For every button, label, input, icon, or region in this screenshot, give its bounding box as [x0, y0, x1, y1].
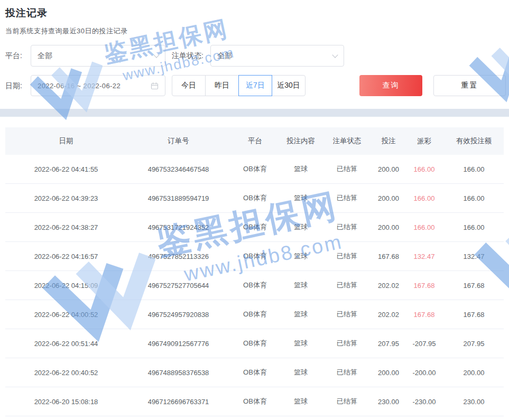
- cell-valid-bet: 166.00: [444, 223, 504, 231]
- cell-bet: 200.00: [373, 223, 404, 231]
- cell-order-no: 4967531721924352: [127, 223, 230, 231]
- section-divider-band: [0, 109, 509, 117]
- column-header-7: 派彩: [404, 136, 444, 146]
- quick-range-button-today[interactable]: 今日: [172, 75, 206, 96]
- cell-date: 2022-06-22 04:00:52: [5, 311, 127, 319]
- cell-payout: -207.95: [404, 340, 444, 348]
- cell-payout: 167.68: [404, 282, 444, 290]
- cell-date: 2022-06-20 15:08:18: [5, 398, 127, 406]
- cell-content: 篮球: [280, 193, 321, 203]
- table-row: 2022-06-22 04:41:554967532346467548OB体育篮…: [5, 155, 504, 184]
- cell-date: 2022-06-22 04:41:55: [5, 165, 127, 173]
- cell-date: 2022-06-22 04:38:27: [5, 223, 127, 231]
- cell-order-no: 4967531889594719: [127, 194, 230, 202]
- quick-range-button-yesterday[interactable]: 昨日: [205, 75, 239, 96]
- date-range-value: 2022-06-16 ~ 2022-06-22: [38, 82, 121, 90]
- cell-bet: 202.02: [373, 282, 404, 290]
- betting-records-page: { "page": { "title": "投注记录", "subtitle":…: [0, 0, 509, 420]
- cell-bet: 200.00: [373, 165, 404, 173]
- cell-date: 2022-06-22 00:51:44: [5, 340, 127, 348]
- column-header-4: 投注内容: [280, 136, 321, 146]
- cell-bet: 230.00: [373, 398, 404, 406]
- cell-payout: 132.47: [404, 253, 444, 260]
- cell-payout: 167.68: [404, 311, 444, 319]
- column-header-1: 日期: [5, 136, 127, 146]
- table-row: 2022-06-20 15:08:184967126696763371OB体育篮…: [5, 387, 504, 416]
- cell-status: 已结算: [321, 310, 373, 319]
- cell-date: 2022-06-22 04:16:57: [5, 253, 127, 260]
- cell-platform: OB体育: [230, 281, 280, 290]
- cell-content: 篮球: [280, 310, 321, 319]
- cell-valid-bet: 167.68: [444, 311, 504, 319]
- cell-platform: OB体育: [230, 222, 280, 232]
- cell-order-no: 4967524957920838: [127, 311, 230, 319]
- cell-bet: 202.02: [373, 311, 404, 319]
- cell-platform: OB体育: [230, 251, 280, 261]
- cell-status: 已结算: [321, 368, 373, 377]
- cell-content: 篮球: [280, 339, 321, 348]
- cell-status: 已结算: [321, 193, 373, 203]
- cell-status: 已结算: [321, 339, 373, 348]
- cell-valid-bet: 230.00: [444, 398, 504, 406]
- table-row: 2022-06-22 00:40:524967488958376538OB体育篮…: [5, 358, 504, 387]
- cell-status: 已结算: [321, 164, 373, 174]
- chevron-down-icon: [332, 52, 338, 58]
- table-header-row: 日期订单号平台投注内容注单状态投注派彩有效投注额: [5, 127, 504, 155]
- cell-bet: 200.00: [373, 194, 404, 202]
- quick-range-button-last30days[interactable]: 近30日: [272, 75, 306, 96]
- cell-status: 已结算: [321, 222, 373, 232]
- cell-platform: OB体育: [230, 193, 280, 203]
- cell-bet: 167.68: [373, 253, 404, 260]
- cell-valid-bet: 200.00: [444, 369, 504, 377]
- status-label: 注单状态:: [172, 45, 203, 67]
- cell-status: 已结算: [321, 281, 373, 290]
- date-range-input[interactable]: 2022-06-16 ~ 2022-06-22: [31, 75, 165, 96]
- cell-payout: -200.00: [404, 369, 444, 377]
- cell-valid-bet: 207.95: [444, 340, 504, 348]
- cell-content: 篮球: [280, 164, 321, 174]
- quick-range-button-last7days[interactable]: 近7日: [238, 75, 272, 96]
- cell-payout: 166.00: [404, 223, 444, 231]
- column-header-3: 平台: [230, 136, 280, 146]
- cell-order-no: 4967527527705644: [127, 282, 230, 290]
- cell-valid-bet: 132.47: [444, 253, 504, 260]
- cell-platform: OB体育: [230, 397, 280, 406]
- platform-select[interactable]: 全部: [31, 45, 165, 67]
- status-select-value: 全部: [217, 51, 232, 61]
- cell-valid-bet: 167.68: [444, 282, 504, 290]
- cell-payout: 166.00: [404, 165, 444, 173]
- cell-status: 已结算: [321, 251, 373, 261]
- quick-range-group: 今日昨日近7日近30日: [172, 75, 306, 96]
- cell-status: 已结算: [321, 397, 373, 406]
- cell-content: 篮球: [280, 281, 321, 290]
- status-select[interactable]: 全部: [210, 45, 344, 67]
- cell-order-no: 4967488958376538: [127, 369, 230, 377]
- cell-bet: 207.95: [373, 340, 404, 348]
- page-title: 投注记录: [5, 6, 48, 20]
- cell-bet: 200.00: [373, 369, 404, 377]
- cell-date: 2022-06-22 04:15:09: [5, 282, 127, 290]
- table-row: 2022-06-22 04:39:234967531889594719OB体育篮…: [5, 184, 504, 213]
- calendar-icon: [151, 82, 159, 90]
- cell-order-no: 4967126696763371: [127, 398, 230, 406]
- cell-order-no: 4967490912567776: [127, 340, 230, 348]
- cell-order-no: 4967532346467548: [127, 165, 230, 173]
- column-header-8: 有效投注额: [444, 136, 504, 146]
- column-header-6: 投注: [373, 136, 404, 146]
- platform-select-value: 全部: [38, 51, 52, 61]
- reset-button[interactable]: 重置: [433, 75, 506, 96]
- platform-label: 平台:: [5, 45, 22, 67]
- table-row: 2022-06-22 00:51:444967490912567776OB体育篮…: [5, 329, 504, 358]
- date-label: 日期:: [5, 75, 22, 96]
- chevron-down-icon: [153, 52, 159, 58]
- column-header-2: 订单号: [127, 136, 230, 146]
- table-row: 2022-06-22 04:00:524967524957920838OB体育篮…: [5, 300, 504, 329]
- cell-valid-bet: 166.00: [444, 194, 504, 202]
- cell-content: 篮球: [280, 397, 321, 406]
- query-button[interactable]: 查询: [359, 75, 422, 96]
- cell-order-no: 4967527852113326: [127, 253, 230, 260]
- watermark-partial: [464, 32, 509, 111]
- cell-platform: OB体育: [230, 164, 280, 174]
- cell-payout: -230.00: [404, 398, 444, 406]
- table-body: 2022-06-22 04:41:554967532346467548OB体育篮…: [5, 155, 504, 416]
